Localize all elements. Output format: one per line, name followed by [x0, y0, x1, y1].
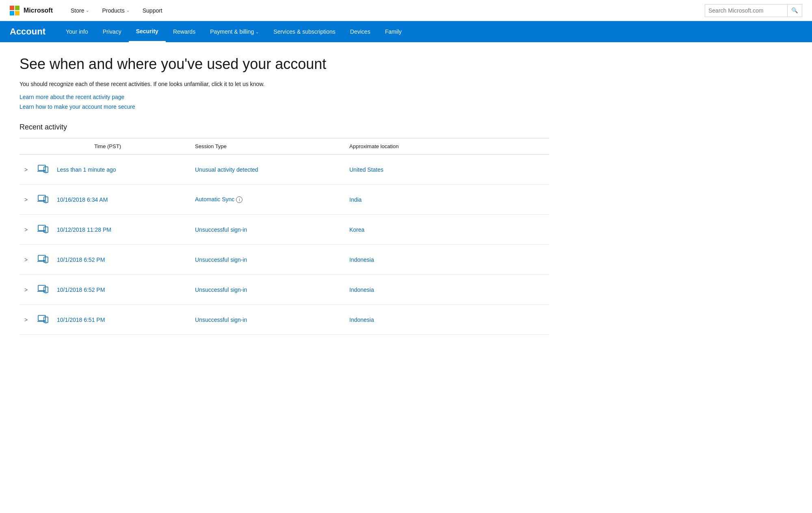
row-expand-1[interactable]: >: [19, 185, 32, 215]
row-expand-4[interactable]: >: [19, 275, 32, 305]
nav-security[interactable]: Security: [129, 21, 166, 42]
svg-rect-20: [38, 315, 45, 321]
activity-table-body: > Less than 1 minute ago Unusual activit…: [19, 155, 549, 335]
row-time-4: 10/1/2018 6:52 PM: [54, 275, 192, 305]
row-session-3: Unsuccessful sign-in: [192, 245, 346, 275]
logo-red: [10, 6, 14, 10]
products-chevron-icon: ⌄: [126, 8, 130, 13]
main-content: See when and where you've used your acco…: [0, 42, 569, 348]
nav-devices[interactable]: Devices: [343, 21, 378, 42]
row-session-5: Unsuccessful sign-in: [192, 305, 346, 335]
nav-products[interactable]: Products ⌄: [97, 5, 134, 16]
svg-rect-22: [44, 317, 48, 323]
row-expand-3[interactable]: >: [19, 245, 32, 275]
table-row[interactable]: > 10/12/2018 11:28 PM Unsuccessful sign-…: [19, 215, 549, 245]
table-row[interactable]: > 10/1/2018 6:52 PM Unsuccessful sign-in…: [19, 245, 549, 275]
logo-green: [15, 6, 19, 10]
svg-rect-16: [38, 285, 45, 291]
device-icon: [36, 192, 50, 207]
store-chevron-icon: ⌄: [86, 8, 89, 13]
nav-privacy[interactable]: Privacy: [95, 21, 129, 42]
row-session-2: Unsuccessful sign-in: [192, 215, 346, 245]
nav-support[interactable]: Support: [138, 5, 167, 16]
expand-chevron-icon: >: [24, 287, 28, 293]
row-expand-2[interactable]: >: [19, 215, 32, 245]
row-location-5: Indonesia: [346, 305, 549, 335]
learn-secure-account-link[interactable]: Learn how to make your account more secu…: [19, 103, 549, 110]
device-icon: [36, 222, 50, 237]
svg-rect-12: [38, 255, 45, 261]
logo-area: Microsoft: [10, 6, 53, 15]
logo-yellow: [15, 11, 19, 15]
expand-chevron-icon: >: [24, 317, 28, 323]
row-icon-0: [32, 155, 54, 185]
account-nav-links: Your info Privacy Security Rewards Payme…: [58, 21, 802, 42]
search-button[interactable]: 🔍: [787, 4, 802, 17]
device-icon: [36, 162, 50, 177]
page-title: See when and where you've used your acco…: [19, 55, 549, 73]
device-icon: [36, 312, 50, 327]
logo-blue: [10, 11, 14, 15]
account-nav-title: Account: [10, 26, 45, 37]
table-row[interactable]: > 10/1/2018 6:52 PM Unsuccessful sign-in…: [19, 275, 549, 305]
row-location-0: United States: [346, 155, 549, 185]
table-row[interactable]: > 10/16/2018 6:34 AM Automatic Synci Ind…: [19, 185, 549, 215]
row-icon-3: [32, 245, 54, 275]
microsoft-logo: [10, 6, 19, 15]
th-time: Time (PST): [54, 138, 192, 155]
expand-chevron-icon: >: [24, 256, 28, 263]
search-box: 🔍: [705, 4, 802, 17]
table-header: Time (PST) Session Type Approximate loca…: [19, 138, 549, 155]
page-links: Learn more about the recent activity pag…: [19, 94, 549, 110]
search-input[interactable]: [705, 6, 787, 15]
row-icon-2: [32, 215, 54, 245]
expand-chevron-icon: >: [24, 226, 28, 233]
row-icon-4: [32, 275, 54, 305]
row-location-3: Indonesia: [346, 245, 549, 275]
svg-rect-18: [44, 287, 48, 293]
table-row[interactable]: > Less than 1 minute ago Unusual activit…: [19, 155, 549, 185]
learn-more-activity-link[interactable]: Learn more about the recent activity pag…: [19, 94, 549, 100]
nav-payment-billing[interactable]: Payment & billing ⌄: [203, 21, 266, 42]
device-icon: [36, 252, 50, 267]
search-icon: 🔍: [791, 7, 798, 13]
row-icon-5: [32, 305, 54, 335]
expand-chevron-icon: >: [24, 196, 28, 203]
top-nav: Microsoft Store ⌄ Products ⌄ Support 🔍: [0, 0, 812, 21]
svg-rect-10: [44, 227, 48, 233]
account-nav: Account Your info Privacy Security Rewar…: [0, 21, 812, 42]
row-time-0: Less than 1 minute ago: [54, 155, 192, 185]
nav-store[interactable]: Store ⌄: [66, 5, 94, 16]
row-session-0: Unusual activity detected: [192, 155, 346, 185]
table-row[interactable]: > 10/1/2018 6:51 PM Unsuccessful sign-in…: [19, 305, 549, 335]
svg-rect-14: [44, 257, 48, 263]
svg-rect-6: [44, 197, 48, 203]
svg-rect-4: [38, 195, 45, 200]
row-session-4: Unsuccessful sign-in: [192, 275, 346, 305]
nav-rewards[interactable]: Rewards: [166, 21, 203, 42]
info-icon[interactable]: i: [236, 196, 243, 203]
device-icon: [36, 282, 50, 297]
th-session-type: Session Type: [192, 138, 346, 155]
row-expand-5[interactable]: >: [19, 305, 32, 335]
payment-chevron-icon: ⌄: [256, 30, 259, 34]
logo-text: Microsoft: [24, 7, 53, 14]
nav-your-info[interactable]: Your info: [58, 21, 95, 42]
row-location-4: Indonesia: [346, 275, 549, 305]
row-location-1: India: [346, 185, 549, 215]
th-location: Approximate location: [346, 138, 549, 155]
page-description: You should recognize each of these recen…: [19, 81, 549, 87]
row-time-2: 10/12/2018 11:28 PM: [54, 215, 192, 245]
row-icon-1: [32, 185, 54, 215]
th-expand: [19, 138, 32, 155]
row-expand-0[interactable]: >: [19, 155, 32, 185]
row-time-3: 10/1/2018 6:52 PM: [54, 245, 192, 275]
recent-activity-title: Recent activity: [19, 123, 549, 131]
nav-services-subscriptions[interactable]: Services & subscriptions: [266, 21, 343, 42]
row-location-2: Korea: [346, 215, 549, 245]
svg-rect-0: [38, 165, 45, 170]
row-session-1: Automatic Synci: [192, 185, 346, 215]
nav-family[interactable]: Family: [378, 21, 409, 42]
svg-rect-2: [44, 167, 48, 172]
svg-rect-8: [38, 225, 45, 231]
